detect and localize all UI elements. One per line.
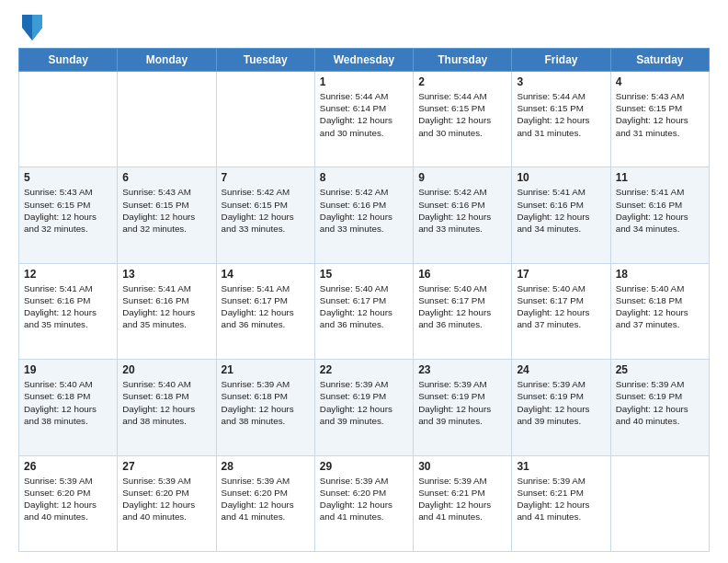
weekday-header: Sunday <box>19 49 118 72</box>
weekday-header: Friday <box>512 49 610 72</box>
day-number: 9 <box>418 171 506 184</box>
calendar-cell: 27Sunrise: 5:39 AM Sunset: 6:20 PM Dayli… <box>118 455 216 551</box>
calendar-cell: 12Sunrise: 5:41 AM Sunset: 6:16 PM Dayli… <box>19 263 118 359</box>
calendar-cell: 15Sunrise: 5:40 AM Sunset: 6:17 PM Dayli… <box>314 263 413 359</box>
calendar-cell: 29Sunrise: 5:39 AM Sunset: 6:20 PM Dayli… <box>314 455 413 551</box>
calendar-cell: 16Sunrise: 5:40 AM Sunset: 6:17 PM Dayli… <box>414 263 512 359</box>
calendar-cell: 13Sunrise: 5:41 AM Sunset: 6:16 PM Dayli… <box>118 263 216 359</box>
day-info: Sunrise: 5:39 AM Sunset: 6:21 PM Dayligh… <box>517 475 605 523</box>
calendar-cell: 31Sunrise: 5:39 AM Sunset: 6:21 PM Dayli… <box>512 455 610 551</box>
calendar-cell: 5Sunrise: 5:43 AM Sunset: 6:15 PM Daylig… <box>19 167 118 263</box>
svg-marker-1 <box>32 15 42 40</box>
calendar-cell: 24Sunrise: 5:39 AM Sunset: 6:19 PM Dayli… <box>512 360 610 455</box>
day-number: 3 <box>517 75 605 88</box>
logo-icon <box>22 15 42 40</box>
weekday-header: Saturday <box>610 49 709 72</box>
day-info: Sunrise: 5:43 AM Sunset: 6:15 PM Dayligh… <box>24 186 112 235</box>
calendar-week-row: 26Sunrise: 5:39 AM Sunset: 6:20 PM Dayli… <box>19 455 710 551</box>
day-number: 27 <box>122 460 210 473</box>
day-info: Sunrise: 5:44 AM Sunset: 6:15 PM Dayligh… <box>418 90 506 139</box>
day-info: Sunrise: 5:40 AM Sunset: 6:17 PM Dayligh… <box>320 282 408 331</box>
day-number: 8 <box>320 171 408 184</box>
day-number: 18 <box>616 268 704 281</box>
weekday-row: SundayMondayTuesdayWednesdayThursdayFrid… <box>19 49 710 72</box>
calendar-cell: 14Sunrise: 5:41 AM Sunset: 6:17 PM Dayli… <box>216 263 314 359</box>
day-number: 7 <box>222 171 310 184</box>
day-number: 24 <box>517 363 605 376</box>
calendar-week-row: 5Sunrise: 5:43 AM Sunset: 6:15 PM Daylig… <box>19 167 710 263</box>
day-number: 6 <box>122 171 210 184</box>
day-info: Sunrise: 5:41 AM Sunset: 6:16 PM Dayligh… <box>616 186 704 235</box>
day-number: 28 <box>222 460 310 473</box>
day-number: 30 <box>418 460 506 473</box>
calendar-cell <box>610 455 709 551</box>
day-info: Sunrise: 5:41 AM Sunset: 6:16 PM Dayligh… <box>122 282 210 331</box>
day-info: Sunrise: 5:41 AM Sunset: 6:17 PM Dayligh… <box>222 282 310 331</box>
day-info: Sunrise: 5:43 AM Sunset: 6:15 PM Dayligh… <box>122 186 210 235</box>
calendar-cell: 25Sunrise: 5:39 AM Sunset: 6:19 PM Dayli… <box>610 360 709 455</box>
day-number: 1 <box>320 75 408 88</box>
day-info: Sunrise: 5:39 AM Sunset: 6:20 PM Dayligh… <box>320 475 408 523</box>
day-info: Sunrise: 5:39 AM Sunset: 6:18 PM Dayligh… <box>222 378 310 427</box>
calendar-cell: 7Sunrise: 5:42 AM Sunset: 6:15 PM Daylig… <box>216 167 314 263</box>
day-info: Sunrise: 5:42 AM Sunset: 6:15 PM Dayligh… <box>222 186 310 235</box>
calendar-cell: 28Sunrise: 5:39 AM Sunset: 6:20 PM Dayli… <box>216 455 314 551</box>
day-info: Sunrise: 5:44 AM Sunset: 6:14 PM Dayligh… <box>320 90 408 139</box>
weekday-header: Wednesday <box>314 49 413 72</box>
day-info: Sunrise: 5:39 AM Sunset: 6:19 PM Dayligh… <box>418 378 506 427</box>
calendar-cell: 8Sunrise: 5:42 AM Sunset: 6:16 PM Daylig… <box>314 167 413 263</box>
day-info: Sunrise: 5:39 AM Sunset: 6:20 PM Dayligh… <box>122 475 210 523</box>
day-number: 12 <box>24 268 112 281</box>
day-info: Sunrise: 5:39 AM Sunset: 6:20 PM Dayligh… <box>222 475 310 523</box>
calendar-cell <box>216 72 314 167</box>
day-number: 29 <box>320 460 408 473</box>
weekday-header: Monday <box>118 49 216 72</box>
day-number: 21 <box>222 363 310 376</box>
calendar-cell: 23Sunrise: 5:39 AM Sunset: 6:19 PM Dayli… <box>414 360 512 455</box>
calendar-table: SundayMondayTuesdayWednesdayThursdayFrid… <box>18 48 710 552</box>
calendar-cell: 21Sunrise: 5:39 AM Sunset: 6:18 PM Dayli… <box>216 360 314 455</box>
calendar-cell: 1Sunrise: 5:44 AM Sunset: 6:14 PM Daylig… <box>314 72 413 167</box>
calendar-body: 1Sunrise: 5:44 AM Sunset: 6:14 PM Daylig… <box>19 72 710 552</box>
page-header <box>18 15 710 40</box>
calendar-cell: 10Sunrise: 5:41 AM Sunset: 6:16 PM Dayli… <box>512 167 610 263</box>
calendar-cell: 3Sunrise: 5:44 AM Sunset: 6:15 PM Daylig… <box>512 72 610 167</box>
day-info: Sunrise: 5:41 AM Sunset: 6:16 PM Dayligh… <box>24 282 112 331</box>
day-info: Sunrise: 5:42 AM Sunset: 6:16 PM Dayligh… <box>320 186 408 235</box>
calendar-cell: 26Sunrise: 5:39 AM Sunset: 6:20 PM Dayli… <box>19 455 118 551</box>
day-info: Sunrise: 5:39 AM Sunset: 6:20 PM Dayligh… <box>24 475 112 523</box>
day-number: 22 <box>320 363 408 376</box>
weekday-header: Thursday <box>414 49 512 72</box>
calendar-week-row: 12Sunrise: 5:41 AM Sunset: 6:16 PM Dayli… <box>19 263 710 359</box>
day-info: Sunrise: 5:40 AM Sunset: 6:18 PM Dayligh… <box>122 378 210 427</box>
calendar-week-row: 19Sunrise: 5:40 AM Sunset: 6:18 PM Dayli… <box>19 360 710 455</box>
day-number: 25 <box>616 363 704 376</box>
day-info: Sunrise: 5:40 AM Sunset: 6:17 PM Dayligh… <box>418 282 506 331</box>
logo <box>18 15 42 40</box>
day-number: 2 <box>418 75 506 88</box>
day-number: 15 <box>320 268 408 281</box>
day-number: 11 <box>616 171 704 184</box>
day-number: 20 <box>122 363 210 376</box>
calendar-cell: 19Sunrise: 5:40 AM Sunset: 6:18 PM Dayli… <box>19 360 118 455</box>
day-info: Sunrise: 5:41 AM Sunset: 6:16 PM Dayligh… <box>517 186 605 235</box>
day-info: Sunrise: 5:40 AM Sunset: 6:18 PM Dayligh… <box>24 378 112 427</box>
day-info: Sunrise: 5:42 AM Sunset: 6:16 PM Dayligh… <box>418 186 506 235</box>
calendar-cell: 30Sunrise: 5:39 AM Sunset: 6:21 PM Dayli… <box>414 455 512 551</box>
calendar-cell: 9Sunrise: 5:42 AM Sunset: 6:16 PM Daylig… <box>414 167 512 263</box>
day-info: Sunrise: 5:39 AM Sunset: 6:21 PM Dayligh… <box>418 475 506 523</box>
day-number: 23 <box>418 363 506 376</box>
day-info: Sunrise: 5:44 AM Sunset: 6:15 PM Dayligh… <box>517 90 605 139</box>
day-info: Sunrise: 5:39 AM Sunset: 6:19 PM Dayligh… <box>517 378 605 427</box>
day-info: Sunrise: 5:39 AM Sunset: 6:19 PM Dayligh… <box>320 378 408 427</box>
day-number: 4 <box>616 75 704 88</box>
calendar-cell: 20Sunrise: 5:40 AM Sunset: 6:18 PM Dayli… <box>118 360 216 455</box>
calendar-cell: 17Sunrise: 5:40 AM Sunset: 6:17 PM Dayli… <box>512 263 610 359</box>
calendar-cell <box>19 72 118 167</box>
calendar-cell: 22Sunrise: 5:39 AM Sunset: 6:19 PM Dayli… <box>314 360 413 455</box>
calendar-page: SundayMondayTuesdayWednesdayThursdayFrid… <box>0 0 728 563</box>
calendar-cell: 6Sunrise: 5:43 AM Sunset: 6:15 PM Daylig… <box>118 167 216 263</box>
day-info: Sunrise: 5:40 AM Sunset: 6:18 PM Dayligh… <box>616 282 704 331</box>
calendar-header: SundayMondayTuesdayWednesdayThursdayFrid… <box>19 49 710 72</box>
day-info: Sunrise: 5:39 AM Sunset: 6:19 PM Dayligh… <box>616 378 704 427</box>
